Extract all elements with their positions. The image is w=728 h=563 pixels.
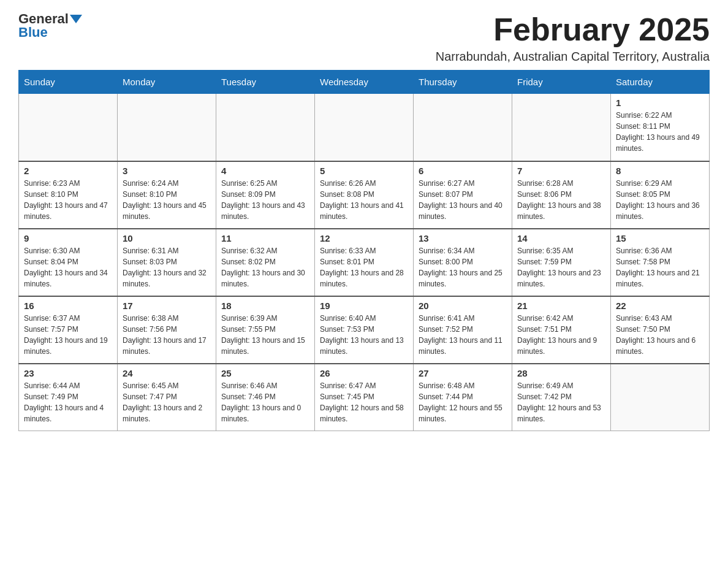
calendar-cell [512,94,611,161]
day-info: Sunrise: 6:23 AM Sunset: 8:10 PM Dayligh… [24,178,112,222]
day-number: 18 [221,301,309,311]
day-number: 27 [419,368,507,378]
logo-blue: Blue [18,26,48,39]
day-number: 11 [221,233,309,243]
calendar-cell: 8Sunrise: 6:29 AM Sunset: 8:05 PM Daylig… [611,161,710,229]
day-number: 28 [517,368,605,378]
calendar-cell: 4Sunrise: 6:25 AM Sunset: 8:09 PM Daylig… [216,161,315,229]
header-wednesday: Wednesday [315,71,414,94]
calendar-cell: 28Sunrise: 6:49 AM Sunset: 7:42 PM Dayli… [512,364,611,431]
calendar-table: SundayMondayTuesdayWednesdayThursdayFrid… [18,70,710,431]
calendar-cell: 9Sunrise: 6:30 AM Sunset: 8:04 PM Daylig… [19,229,118,296]
calendar-week-4: 16Sunrise: 6:37 AM Sunset: 7:57 PM Dayli… [19,296,710,364]
month-title: February 2025 [436,12,710,47]
day-number: 17 [123,301,211,311]
day-number: 25 [221,368,309,378]
logo-triangle-icon [70,15,82,23]
title-block: February 2025 Narrabundah, Australian Ca… [436,12,710,64]
location-title: Narrabundah, Australian Capital Territor… [436,50,710,64]
calendar-cell: 7Sunrise: 6:28 AM Sunset: 8:06 PM Daylig… [512,161,611,229]
day-info: Sunrise: 6:41 AM Sunset: 7:52 PM Dayligh… [419,313,507,357]
day-info: Sunrise: 6:25 AM Sunset: 8:09 PM Dayligh… [221,178,309,222]
calendar-cell: 17Sunrise: 6:38 AM Sunset: 7:56 PM Dayli… [118,296,216,364]
calendar-week-1: 1Sunrise: 6:22 AM Sunset: 8:11 PM Daylig… [19,94,710,161]
day-info: Sunrise: 6:39 AM Sunset: 7:55 PM Dayligh… [221,313,309,357]
day-info: Sunrise: 6:26 AM Sunset: 8:08 PM Dayligh… [320,178,408,222]
day-number: 3 [123,166,211,176]
calendar-cell: 21Sunrise: 6:42 AM Sunset: 7:51 PM Dayli… [512,296,611,364]
day-number: 2 [24,166,112,176]
calendar-header-row: SundayMondayTuesdayWednesdayThursdayFrid… [19,71,710,94]
calendar-cell: 3Sunrise: 6:24 AM Sunset: 8:10 PM Daylig… [118,161,216,229]
calendar-cell: 14Sunrise: 6:35 AM Sunset: 7:59 PM Dayli… [512,229,611,296]
day-info: Sunrise: 6:38 AM Sunset: 7:56 PM Dayligh… [123,313,211,357]
logo: General Blue [18,12,82,39]
calendar-cell: 23Sunrise: 6:44 AM Sunset: 7:49 PM Dayli… [19,364,118,431]
calendar-week-2: 2Sunrise: 6:23 AM Sunset: 8:10 PM Daylig… [19,161,710,229]
day-info: Sunrise: 6:36 AM Sunset: 7:58 PM Dayligh… [616,245,704,289]
day-info: Sunrise: 6:30 AM Sunset: 8:04 PM Dayligh… [24,245,112,289]
day-number: 20 [419,301,507,311]
calendar-cell [216,94,315,161]
day-info: Sunrise: 6:47 AM Sunset: 7:45 PM Dayligh… [320,380,408,424]
day-info: Sunrise: 6:49 AM Sunset: 7:42 PM Dayligh… [517,380,605,424]
day-info: Sunrise: 6:37 AM Sunset: 7:57 PM Dayligh… [24,313,112,357]
calendar-cell [611,364,710,431]
day-info: Sunrise: 6:33 AM Sunset: 8:01 PM Dayligh… [320,245,408,289]
day-number: 5 [320,166,408,176]
header-saturday: Saturday [611,71,710,94]
day-number: 1 [616,98,704,108]
day-number: 22 [616,301,704,311]
day-number: 13 [419,233,507,243]
calendar-cell: 16Sunrise: 6:37 AM Sunset: 7:57 PM Dayli… [19,296,118,364]
day-number: 8 [616,166,704,176]
header-friday: Friday [512,71,611,94]
calendar-cell: 12Sunrise: 6:33 AM Sunset: 8:01 PM Dayli… [315,229,414,296]
day-info: Sunrise: 6:32 AM Sunset: 8:02 PM Dayligh… [221,245,309,289]
day-info: Sunrise: 6:35 AM Sunset: 7:59 PM Dayligh… [517,245,605,289]
calendar-cell [118,94,216,161]
day-info: Sunrise: 6:29 AM Sunset: 8:05 PM Dayligh… [616,178,704,222]
day-info: Sunrise: 6:42 AM Sunset: 7:51 PM Dayligh… [517,313,605,357]
day-info: Sunrise: 6:31 AM Sunset: 8:03 PM Dayligh… [123,245,211,289]
calendar-week-5: 23Sunrise: 6:44 AM Sunset: 7:49 PM Dayli… [19,364,710,431]
calendar-cell: 13Sunrise: 6:34 AM Sunset: 8:00 PM Dayli… [414,229,512,296]
day-info: Sunrise: 6:24 AM Sunset: 8:10 PM Dayligh… [123,178,211,222]
calendar-cell: 26Sunrise: 6:47 AM Sunset: 7:45 PM Dayli… [315,364,414,431]
calendar-week-3: 9Sunrise: 6:30 AM Sunset: 8:04 PM Daylig… [19,229,710,296]
calendar-cell: 18Sunrise: 6:39 AM Sunset: 7:55 PM Dayli… [216,296,315,364]
calendar-cell: 11Sunrise: 6:32 AM Sunset: 8:02 PM Dayli… [216,229,315,296]
day-number: 4 [221,166,309,176]
calendar-cell: 25Sunrise: 6:46 AM Sunset: 7:46 PM Dayli… [216,364,315,431]
calendar-cell: 15Sunrise: 6:36 AM Sunset: 7:58 PM Dayli… [611,229,710,296]
day-number: 12 [320,233,408,243]
calendar-cell: 24Sunrise: 6:45 AM Sunset: 7:47 PM Dayli… [118,364,216,431]
day-info: Sunrise: 6:34 AM Sunset: 8:00 PM Dayligh… [419,245,507,289]
calendar-cell: 19Sunrise: 6:40 AM Sunset: 7:53 PM Dayli… [315,296,414,364]
calendar-cell: 5Sunrise: 6:26 AM Sunset: 8:08 PM Daylig… [315,161,414,229]
day-number: 7 [517,166,605,176]
calendar-cell [19,94,118,161]
day-info: Sunrise: 6:48 AM Sunset: 7:44 PM Dayligh… [419,380,507,424]
day-number: 21 [517,301,605,311]
day-number: 6 [419,166,507,176]
day-info: Sunrise: 6:27 AM Sunset: 8:07 PM Dayligh… [419,178,507,222]
logo-general: General [18,12,69,26]
calendar-cell: 20Sunrise: 6:41 AM Sunset: 7:52 PM Dayli… [414,296,512,364]
page-header: General Blue February 2025 Narrabundah, … [18,12,710,64]
day-number: 14 [517,233,605,243]
header-monday: Monday [118,71,216,94]
calendar-cell [315,94,414,161]
calendar-cell: 22Sunrise: 6:43 AM Sunset: 7:50 PM Dayli… [611,296,710,364]
day-info: Sunrise: 6:46 AM Sunset: 7:46 PM Dayligh… [221,380,309,424]
calendar-cell: 6Sunrise: 6:27 AM Sunset: 8:07 PM Daylig… [414,161,512,229]
day-info: Sunrise: 6:43 AM Sunset: 7:50 PM Dayligh… [616,313,704,357]
header-tuesday: Tuesday [216,71,315,94]
day-number: 23 [24,368,112,378]
day-number: 16 [24,301,112,311]
day-number: 26 [320,368,408,378]
day-info: Sunrise: 6:40 AM Sunset: 7:53 PM Dayligh… [320,313,408,357]
day-info: Sunrise: 6:22 AM Sunset: 8:11 PM Dayligh… [616,110,704,154]
day-number: 19 [320,301,408,311]
day-number: 15 [616,233,704,243]
